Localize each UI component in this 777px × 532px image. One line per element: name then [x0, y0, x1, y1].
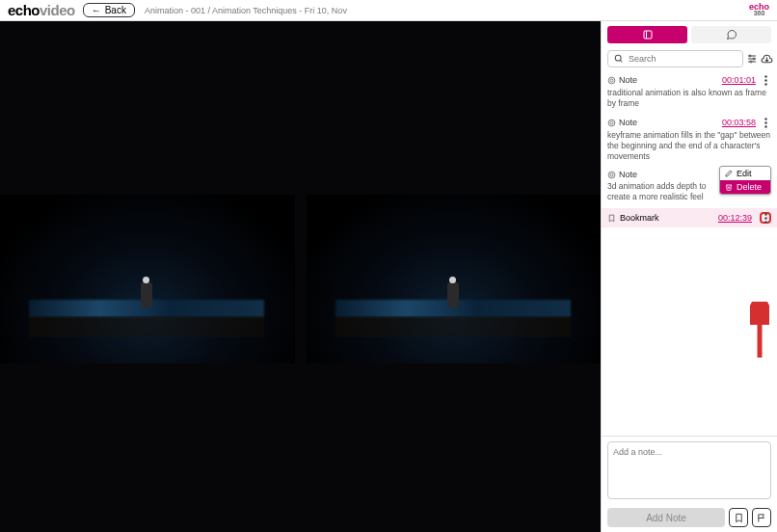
note-timestamp[interactable]: 00:03:58 [722, 118, 756, 127]
target-icon [607, 119, 616, 127]
target-icon [607, 171, 616, 179]
svg-point-2 [615, 55, 621, 61]
svg-point-23 [764, 213, 766, 215]
target-icon [607, 76, 616, 85]
note-kind: Note [607, 118, 637, 127]
bookmark-kind: Bookmark [620, 213, 659, 223]
svg-point-14 [764, 79, 766, 81]
main: Note 00:01:01 traditional animation is a… [0, 21, 777, 532]
svg-rect-0 [644, 31, 652, 39]
svg-line-3 [620, 60, 622, 62]
context-menu: Edit Delete [719, 166, 771, 195]
add-bookmark-button[interactable] [729, 508, 748, 527]
video-frame-right[interactable] [307, 195, 602, 363]
svg-point-15 [764, 83, 766, 85]
flag-icon [757, 513, 767, 523]
svg-point-12 [610, 79, 613, 82]
logo-echo: echo [8, 2, 40, 18]
notes-list: Note 00:01:01 traditional animation is a… [602, 70, 777, 436]
bookmark-icon [734, 513, 744, 523]
add-flag-button[interactable] [752, 508, 771, 527]
note-body: traditional animation is also known as f… [607, 88, 771, 109]
download-button[interactable] [761, 52, 773, 66]
note-kind: Note [607, 75, 637, 85]
chat-icon [726, 29, 737, 40]
svg-point-19 [764, 121, 766, 123]
search-input[interactable] [629, 54, 737, 64]
note-body: keyframe animation fills in the "gap" be… [607, 130, 771, 162]
note-menu-button[interactable] [760, 74, 771, 86]
add-note-button[interactable]: Add Note [607, 508, 725, 527]
breadcrumb: Animation - 001 / Animation Techniques -… [145, 6, 347, 15]
side-tabs [602, 21, 777, 47]
app-header: echovideo ← Back Animation - 001 / Anima… [0, 0, 777, 21]
menu-edit[interactable]: Edit [720, 167, 770, 180]
back-label: Back [105, 5, 126, 15]
back-button[interactable]: ← Back [83, 3, 135, 17]
trash-icon [725, 183, 733, 191]
note-item: Note 00:03:58 keyframe animation fills i… [602, 115, 777, 168]
svg-point-16 [608, 120, 615, 126]
search-icon [614, 54, 624, 64]
side-footer: Add Note [602, 436, 777, 532]
add-note-input[interactable] [607, 441, 771, 499]
search-row [602, 47, 777, 70]
callout-arrow-icon [750, 302, 769, 359]
logo-video: video [40, 2, 75, 18]
pencil-icon [725, 170, 733, 177]
video-area [0, 21, 601, 532]
tab-discussion[interactable] [691, 26, 771, 43]
bookmark-item: Bookmark 00:12:39 [602, 208, 777, 227]
arrow-left-icon: ← [92, 5, 101, 15]
svg-point-9 [750, 61, 752, 63]
svg-point-7 [749, 55, 751, 57]
svg-point-21 [608, 172, 615, 178]
filter-button[interactable] [746, 52, 758, 66]
svg-point-11 [608, 77, 615, 84]
svg-point-25 [764, 221, 766, 223]
note-item: Note 00:01:01 traditional animation is a… [602, 72, 777, 115]
cloud-download-icon [761, 53, 773, 66]
video-frame-left[interactable] [0, 195, 295, 363]
note-menu-button[interactable] [760, 117, 771, 128]
bookmark-timestamp[interactable]: 00:12:39 [718, 213, 752, 223]
kebab-icon [764, 75, 767, 86]
note-item: Note 0 3d animation adds depth to create… [602, 168, 777, 208]
search-box[interactable] [607, 50, 743, 67]
svg-point-17 [610, 121, 613, 124]
svg-point-13 [764, 75, 766, 77]
brand-badge: echo 360 [749, 3, 769, 16]
bookmark-menu-button[interactable] [760, 212, 771, 224]
svg-point-24 [764, 217, 766, 219]
sliders-icon [746, 53, 758, 65]
note-timestamp[interactable]: 00:01:01 [722, 75, 756, 85]
svg-point-8 [753, 58, 755, 60]
svg-point-18 [764, 118, 766, 120]
kebab-icon [764, 118, 767, 128]
logo: echovideo [8, 2, 75, 18]
svg-point-20 [764, 125, 766, 127]
menu-delete[interactable]: Delete [720, 180, 770, 194]
kebab-icon [764, 213, 767, 224]
note-kind: Note [607, 170, 637, 179]
tab-notes[interactable] [607, 26, 687, 43]
note-stack-icon [642, 29, 654, 40]
svg-point-22 [610, 173, 613, 176]
bookmark-icon [607, 214, 616, 223]
side-panel: Note 00:01:01 traditional animation is a… [601, 21, 777, 532]
